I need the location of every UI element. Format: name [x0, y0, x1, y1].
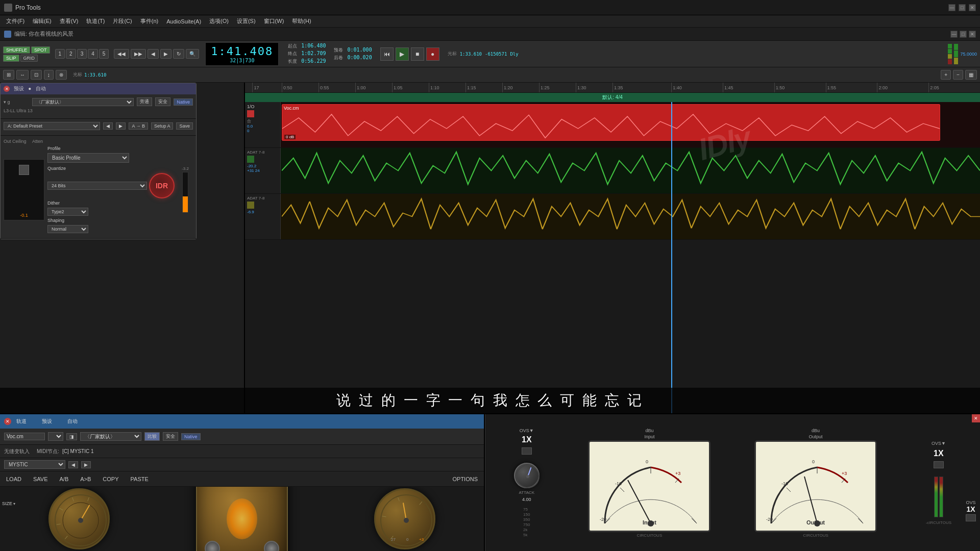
next-preset[interactable]: ▶	[116, 122, 126, 130]
safe-btn[interactable]: 安全	[155, 97, 170, 106]
menu-options[interactable]: 选项(O)	[205, 16, 233, 26]
sub-minimize[interactable]: —	[950, 31, 958, 38]
record-btn[interactable]: ●	[426, 47, 439, 61]
shaping-dropdown[interactable]: Normal	[47, 225, 88, 233]
menu-view[interactable]: 查看(V)	[56, 16, 83, 26]
tool1[interactable]: ⊞	[3, 70, 14, 80]
menu-window[interactable]: 窗口(W)	[260, 16, 288, 26]
quantize-row: Quantize	[47, 166, 175, 171]
ffwd-btn[interactable]: ▶▶	[131, 49, 146, 59]
paste-btn[interactable]: PASTE	[129, 475, 151, 483]
compare-btn-2[interactable]: 比较	[144, 432, 160, 441]
num1[interactable]: 1	[55, 49, 65, 59]
bits-dropdown[interactable]: 24 Bits	[47, 182, 147, 190]
preset-name-dropdown[interactable]: A: Default Preset	[4, 122, 100, 130]
preset-dropdown[interactable]: 〈厂家默认〉	[32, 98, 134, 106]
ab-btn-2[interactable]: A/B	[58, 475, 71, 483]
gauge-knob-1[interactable]	[48, 488, 110, 549]
menu-settings[interactable]: 设置(S)	[233, 16, 260, 26]
plugin-close-btn[interactable]: ✕	[4, 86, 10, 92]
load-btn[interactable]: LOAD	[4, 475, 23, 483]
maximize-button[interactable]: □	[959, 4, 966, 11]
menu-audiosuite[interactable]: AudioSuite(A)	[162, 17, 205, 26]
tempo-group: 光标 1:33.610 -6150571 Dly	[448, 51, 519, 57]
track-3-waveform[interactable]: ADAT 7-8 -6.9	[245, 194, 980, 240]
menu-file[interactable]: 文件(F)	[2, 16, 29, 26]
grid-btn[interactable]: GRID	[20, 55, 38, 62]
play-btn[interactable]: ▶	[396, 47, 409, 61]
num5[interactable]: 5	[99, 49, 109, 59]
ruler-17: 17	[252, 83, 259, 92]
minimize-button[interactable]: —	[948, 4, 955, 11]
tool3[interactable]: ⊡	[31, 70, 42, 80]
ab-btn[interactable]: A → B	[129, 122, 148, 130]
setup-a[interactable]: Setup A	[151, 122, 174, 130]
instrument-select[interactable]: MYSTIC	[4, 460, 65, 469]
track-2-btn[interactable]	[247, 156, 254, 163]
sub-maximize[interactable]: □	[960, 31, 967, 38]
track-1-waveform[interactable]: 1/O 合 0.0 0 Voc.cm 0 dB	[245, 102, 980, 148]
gauge-knob-3[interactable]: 27 0 +3	[374, 488, 435, 549]
profile-dropdown[interactable]: Basic Profile	[47, 153, 129, 163]
attack-knob[interactable]	[514, 463, 540, 488]
native-btn[interactable]: Native	[174, 98, 193, 106]
close-button[interactable]: ✕	[969, 4, 976, 11]
num3[interactable]: 3	[77, 49, 87, 59]
zoom-btn[interactable]: 🔍	[186, 49, 199, 59]
output-fader[interactable]: -0.1	[4, 159, 44, 220]
dither-dropdown[interactable]: Type2	[47, 208, 88, 216]
zoom-out[interactable]: −	[953, 70, 963, 80]
loop-btn[interactable]: ↻	[173, 49, 184, 59]
num4[interactable]: 4	[88, 49, 98, 59]
menu-help[interactable]: 帮助(H)	[288, 16, 315, 26]
bottom-panel-close-btn[interactable]: ✕	[4, 418, 11, 425]
fwd-btn[interactable]: ▶	[160, 49, 172, 59]
ab2-btn[interactable]: A>B	[78, 475, 93, 483]
gauge-tube[interactable]	[196, 487, 288, 551]
main-counter: 1:41.408 32|3|730	[205, 42, 279, 66]
track-1-rec-btn[interactable]	[247, 110, 254, 117]
options-btn[interactable]: OPTIONS	[450, 475, 480, 483]
tube-knob-l[interactable]	[205, 541, 220, 551]
copy-btn[interactable]: COPY	[101, 475, 120, 483]
inst-next[interactable]: ▶	[81, 461, 91, 468]
ovs-top-btn[interactable]	[522, 447, 532, 455]
inst-prev[interactable]: ◀	[68, 461, 78, 468]
tube-knob-r[interactable]	[264, 541, 279, 551]
tool2[interactable]: ↔	[16, 70, 29, 80]
rewind-btn[interactable]: ◀◀	[114, 49, 129, 59]
menu-clip[interactable]: 片段(C)	[109, 16, 136, 26]
right-panel-close[interactable]: ✕	[972, 414, 980, 422]
stop-btn[interactable]: ■	[411, 47, 424, 61]
native-btn-2[interactable]: Native	[181, 433, 201, 440]
right-ovs-btn[interactable]	[934, 461, 944, 468]
grid-toggle[interactable]: ▦	[965, 70, 977, 80]
save-preset[interactable]: Save	[176, 122, 193, 130]
back-btn[interactable]: ◀	[148, 49, 159, 59]
sub-close[interactable]: ✕	[969, 31, 976, 38]
prev-preset[interactable]: ◀	[103, 122, 113, 130]
track-3-btn[interactable]	[247, 202, 254, 209]
go-start-btn[interactable]: ⏮	[380, 47, 394, 61]
spot-btn[interactable]: SPOT	[31, 46, 50, 54]
menu-event[interactable]: 事件(n)	[136, 16, 162, 26]
compare-btn[interactable]: 旁通	[137, 97, 152, 106]
channel-select[interactable]: c	[48, 432, 63, 441]
track-2-waveform[interactable]: ADAT 7-8 -20.2 +31 24	[245, 148, 980, 194]
zoom-in[interactable]: +	[941, 70, 951, 80]
save-preset-btn[interactable]: ◨	[66, 433, 77, 440]
preset-val-select[interactable]: 〈厂家默认〉	[80, 432, 141, 441]
safe-btn-2[interactable]: 安全	[163, 432, 178, 441]
audio-clip-red[interactable]: Voc.cm 0 dB	[282, 104, 940, 141]
slip-btn[interactable]: SLIP	[3, 55, 19, 62]
save-btn[interactable]: SAVE	[31, 475, 50, 483]
menu-edit[interactable]: 编辑(E)	[29, 16, 56, 26]
menu-track[interactable]: 轨道(T)	[82, 16, 109, 26]
track-name-input[interactable]	[4, 433, 45, 440]
idr-button[interactable]: IDR	[149, 173, 175, 198]
tool5[interactable]: ⊗	[56, 70, 67, 80]
num2[interactable]: 2	[66, 49, 76, 59]
shuffle-btn[interactable]: SHUFFLE	[3, 46, 30, 54]
fader-handle[interactable]	[19, 165, 29, 175]
tool4[interactable]: ↨	[44, 70, 54, 80]
